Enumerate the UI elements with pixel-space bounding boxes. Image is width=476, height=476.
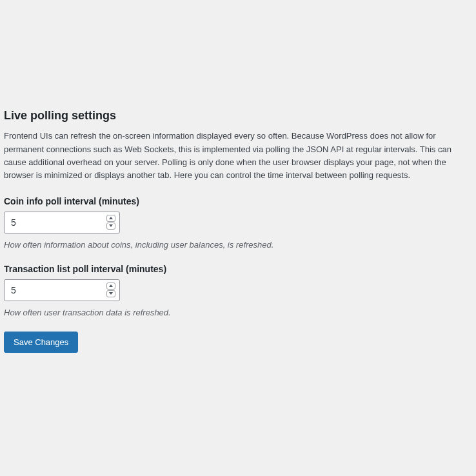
tx-interval-input[interactable] (5, 280, 101, 301)
submit-row: Save Changes (4, 332, 472, 353)
tx-interval-spinner (106, 283, 115, 297)
field-coin-interval: Coin info poll interval (minutes) How of… (4, 196, 472, 250)
coin-interval-label: Coin info poll interval (minutes) (4, 196, 472, 206)
settings-section: Live polling settings Frontend UIs can r… (0, 0, 476, 353)
save-button[interactable]: Save Changes (4, 332, 78, 353)
section-description: Frontend UIs can refresh the on-screen i… (4, 130, 472, 182)
coin-interval-spinner (106, 215, 115, 230)
chevron-down-icon[interactable] (106, 290, 115, 297)
tx-interval-label: Transaction list poll interval (minutes) (4, 264, 472, 274)
chevron-down-icon[interactable] (106, 223, 115, 230)
tx-interval-description: How often user transaction data is refre… (4, 308, 472, 317)
chevron-up-icon[interactable] (106, 283, 115, 290)
coin-interval-input-wrap (4, 212, 120, 233)
coin-interval-description: How often information about coins, inclu… (4, 240, 472, 250)
tx-interval-input-wrap (4, 279, 120, 301)
section-title: Live polling settings (4, 108, 472, 123)
field-tx-interval: Transaction list poll interval (minutes)… (4, 264, 472, 317)
chevron-up-icon[interactable] (106, 215, 115, 222)
coin-interval-input[interactable] (5, 212, 101, 233)
